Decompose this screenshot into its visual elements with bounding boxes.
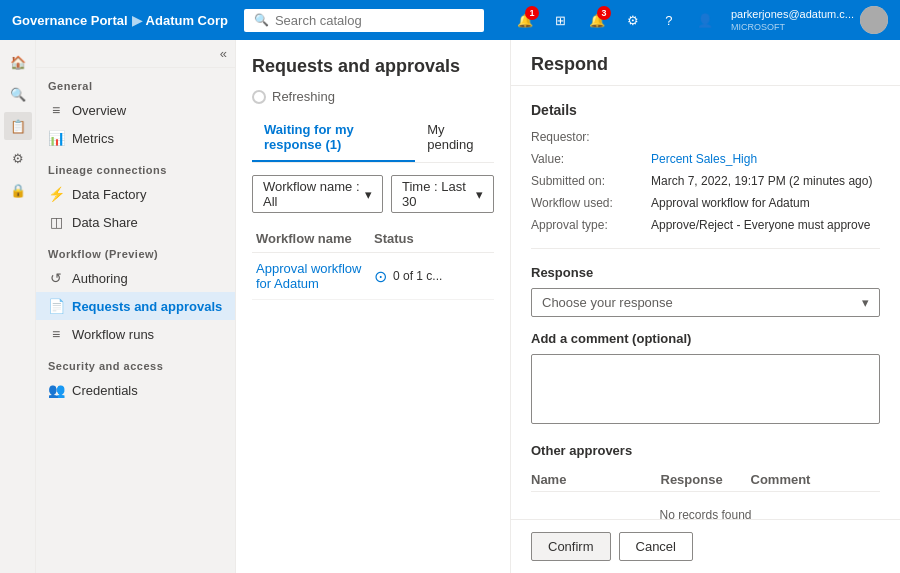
sidebar-header: « [36,40,235,68]
response-section: Response Choose your response ▾ [531,265,880,317]
feedback-button[interactable]: 👤 [689,4,721,36]
respond-footer: Confirm Cancel [511,519,900,573]
sidebar-item-data-factory[interactable]: ⚡ Data Factory [36,180,235,208]
help-button[interactable]: ? [653,4,685,36]
notification-badge: 1 [525,6,539,20]
sidebar-item-data-share[interactable]: ◫ Data Share [36,208,235,236]
confirm-button[interactable]: Confirm [531,532,611,561]
refresh-spinner [252,90,266,104]
respond-header: Respond [511,40,900,86]
strip-security-icon[interactable]: 🔒 [4,176,32,204]
respond-body: Details Requestor: Value: Percent Sales_… [511,86,900,519]
response-label: Response [531,265,880,280]
section-label-general: General [36,68,235,96]
respond-title: Respond [531,54,880,75]
breadcrumb-separator: ▶ [132,13,142,28]
alerts-badge: 3 [597,6,611,20]
tenant-name: Adatum Corp [146,13,228,28]
respond-panel: Respond Details Requestor: Value: Percen… [510,40,900,573]
comment-textarea[interactable] [531,354,880,424]
alerts-button[interactable]: 🔔 3 [581,4,613,36]
sidebar-item-credentials[interactable]: 👥 Credentials [36,376,235,404]
sidebar-item-label: Workflow runs [72,327,154,342]
authoring-icon: ↺ [48,270,64,286]
notifications-button[interactable]: 🔔 1 [509,4,541,36]
time-filter-chevron-icon: ▾ [476,187,483,202]
sidebar-item-label: Data Factory [72,187,146,202]
search-icon: 🔍 [254,13,269,27]
catalog-button[interactable]: ⊞ [545,4,577,36]
requests-tabs: Waiting for my response (1) My pending [252,114,494,163]
strip-home-icon[interactable]: 🏠 [4,48,32,76]
table-header: Workflow name Status [252,225,494,253]
approval-type-value: Approve/Reject - Everyone must approve [651,218,880,232]
approvers-col-name: Name [531,472,661,487]
other-approvers-label: Other approvers [531,443,880,458]
response-placeholder: Choose your response [542,295,673,310]
col-header-status: Status [374,231,494,246]
comment-label: Add a comment (optional) [531,331,880,346]
no-records-message: No records found [531,492,880,519]
value-link[interactable]: Percent Sales_High [651,152,880,166]
response-dropdown[interactable]: Choose your response ▾ [531,288,880,317]
filter-time[interactable]: Time : Last 30 ▾ [391,175,494,213]
brand: Governance Portal ▶ Adatum Corp [12,13,228,28]
avatar[interactable] [860,6,888,34]
submitted-label: Submitted on: [531,174,651,188]
sidebar-item-requests-approvals[interactable]: 📄 Requests and approvals [36,292,235,320]
brand-title: Governance Portal [12,13,128,28]
page-title: Requests and approvals [252,56,494,77]
top-navigation: Governance Portal ▶ Adatum Corp 🔍 🔔 1 ⊞ … [0,0,900,40]
nav-icon-group: 🔔 1 ⊞ 🔔 3 ⚙ ? 👤 parkerjones@adatum.c... … [509,4,888,36]
user-company: MICROSOFT [731,22,854,32]
workflow-link[interactable]: Approval workflow for Adatum [256,261,362,291]
strip-search-icon[interactable]: 🔍 [4,80,32,108]
detail-requestor: Requestor: [531,130,880,144]
dropdown-chevron-icon: ▾ [862,295,869,310]
strip-catalog-icon[interactable]: 📋 [4,112,32,140]
refreshing-status: Refreshing [252,89,494,104]
section-divider [531,248,880,249]
section-label-security: Security and access [36,348,235,376]
status-text: 0 of 1 c... [393,269,442,283]
sidebar-item-label: Data Share [72,215,138,230]
sidebar-item-workflow-runs[interactable]: ≡ Workflow runs [36,320,235,348]
sidebar-item-label: Requests and approvals [72,299,222,314]
status-cell: ⊙ 0 of 1 c... [374,267,494,286]
sidebar-item-authoring[interactable]: ↺ Authoring [36,264,235,292]
filter-workflow-name[interactable]: Workflow name : All ▾ [252,175,383,213]
cancel-button[interactable]: Cancel [619,532,693,561]
sidebar-item-label: Overview [72,103,126,118]
user-info: parkerjones@adatum.c... MICROSOFT [731,6,888,34]
settings-button[interactable]: ⚙ [617,4,649,36]
data-factory-icon: ⚡ [48,186,64,202]
data-share-icon: ◫ [48,214,64,230]
search-bar[interactable]: 🔍 [244,9,484,32]
detail-submitted: Submitted on: March 7, 2022, 19:17 PM (2… [531,174,880,188]
sidebar-item-metrics[interactable]: 📊 Metrics [36,124,235,152]
sidebar-item-label: Metrics [72,131,114,146]
workflow-runs-icon: ≡ [48,326,64,342]
section-label-workflow: Workflow (Preview) [36,236,235,264]
overview-icon: ≡ [48,102,64,118]
requests-panel: Requests and approvals Refreshing Waitin… [236,40,510,573]
collapse-button[interactable]: « [220,46,227,61]
filter-bar: Workflow name : All ▾ Time : Last 30 ▾ [252,175,494,213]
search-input[interactable] [275,13,474,28]
sidebar-item-overview[interactable]: ≡ Overview [36,96,235,124]
status-icon: ⊙ [374,267,387,286]
submitted-value: March 7, 2022, 19:17 PM (2 minutes ago) [651,174,880,188]
content-area: Requests and approvals Refreshing Waitin… [236,40,900,573]
approvers-table-header: Name Response Comment [531,468,880,492]
approvers-col-response: Response [661,472,751,487]
strip-settings-icon[interactable]: ⚙ [4,144,32,172]
detail-approval-type: Approval type: Approve/Reject - Everyone… [531,218,880,232]
requests-icon: 📄 [48,298,64,314]
filter-chevron-icon: ▾ [365,187,372,202]
tab-waiting-response[interactable]: Waiting for my response (1) [252,114,415,162]
metrics-icon: 📊 [48,130,64,146]
detail-value: Value: Percent Sales_High [531,152,880,166]
detail-workflow-used: Workflow used: Approval workflow for Ada… [531,196,880,210]
tab-my-pending[interactable]: My pending [415,114,494,162]
requestor-label: Requestor: [531,130,651,144]
